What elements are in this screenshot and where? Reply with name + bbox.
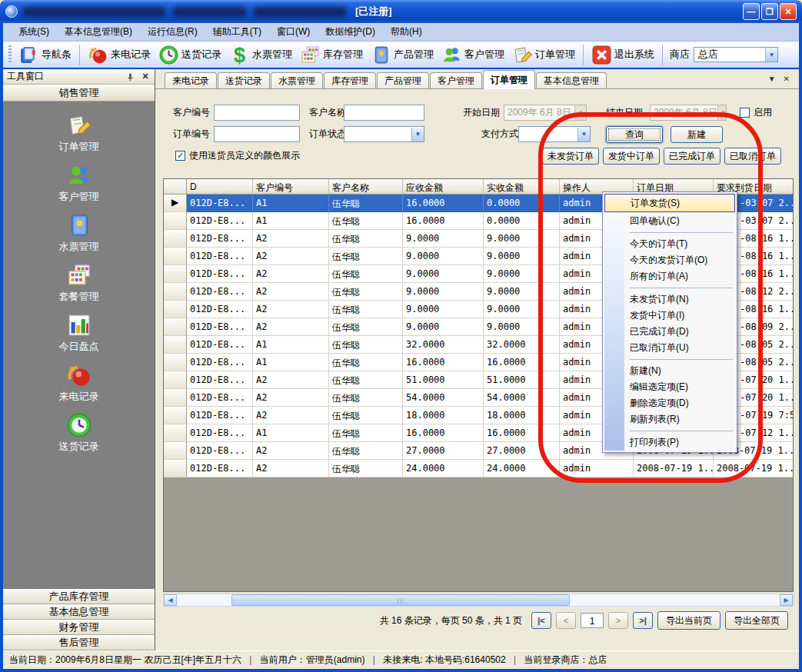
toolbar-button-产品管理[interactable]: 产品管理 xyxy=(367,43,438,67)
toolbar-grip[interactable] xyxy=(8,45,12,64)
toolbar-button-来电记录[interactable]: 来电记录 xyxy=(84,43,155,67)
context-menu-item-已完成订单(D)[interactable]: 已完成订单(D) xyxy=(604,324,735,340)
customer-name-input[interactable] xyxy=(344,105,424,121)
pay-method-select[interactable]: ▼ xyxy=(518,126,591,142)
table-row[interactable]: 012D-E8...A2伍华聪24.000024.0000admin2008-0… xyxy=(164,460,793,477)
scrollbar-track[interactable] xyxy=(177,594,780,606)
context-menu-item-订单发货(S)[interactable]: 订单发货(S) xyxy=(604,194,735,212)
menubar-item[interactable]: 数据维护(D) xyxy=(318,23,383,41)
new-button[interactable]: 新建 xyxy=(671,126,723,143)
context-menu-item-今天的订单(T)[interactable]: 今天的订单(T) xyxy=(604,236,735,252)
customer-no-input[interactable] xyxy=(214,105,300,121)
sidebar-section-产品库存管理[interactable]: 产品库存管理 xyxy=(3,589,155,604)
row-selector[interactable] xyxy=(164,265,187,283)
enable-checkbox[interactable] xyxy=(740,108,750,118)
sidebar-item-水票管理[interactable]: 水票管理 xyxy=(59,212,99,254)
chevron-down-icon[interactable]: ▼ xyxy=(411,128,424,141)
close-button[interactable]: ✕ xyxy=(780,3,797,20)
tab-送货记录[interactable]: 送货记录 xyxy=(218,72,270,88)
maximize-button[interactable]: ❐ xyxy=(761,3,778,20)
chevron-down-icon[interactable]: ▼ xyxy=(717,105,727,120)
row-selector[interactable] xyxy=(164,283,187,301)
sidebar-item-送货记录[interactable]: 送货记录 xyxy=(59,412,99,454)
sidebar-item-来电记录[interactable]: 来电记录 xyxy=(59,362,99,404)
toolbar-button-送货记录[interactable]: 送货记录 xyxy=(155,43,225,67)
minimize-button[interactable]: — xyxy=(743,3,760,20)
context-menu-item-刷新列表(R)[interactable]: 刷新列表(R) xyxy=(604,411,735,427)
row-selector[interactable] xyxy=(164,389,187,407)
toolbar-button-库存管理[interactable]: 库存管理 xyxy=(296,43,367,67)
sidebar-item-订单管理[interactable]: 订单管理 xyxy=(59,112,99,154)
context-menu-item-回单确认(C)[interactable]: 回单确认(C) xyxy=(604,213,735,229)
column-header-应收金额[interactable]: 应收金额 xyxy=(403,179,484,194)
context-menu-item-发货中订单(I)[interactable]: 发货中订单(I) xyxy=(604,308,735,324)
menubar-item[interactable]: 基本信息管理(B) xyxy=(57,23,140,41)
chevron-down-icon[interactable]: ▼ xyxy=(768,75,776,83)
status-filter-button-发货中订单[interactable]: 发货中订单 xyxy=(603,148,660,165)
close-icon[interactable]: ✕ xyxy=(784,75,790,83)
scroll-right-icon[interactable]: ▶ xyxy=(780,594,793,606)
row-selector[interactable] xyxy=(164,407,187,424)
context-menu-item-所有的订单(A)[interactable]: 所有的订单(A) xyxy=(604,268,735,284)
context-menu-item-已取消订单(U)[interactable]: 已取消订单(U) xyxy=(604,340,735,356)
column-header-实收金额[interactable]: 实收金额 xyxy=(484,179,560,194)
sidebar-section-sales[interactable]: 销售管理 xyxy=(3,85,155,101)
start-date-picker[interactable]: 2009年 6月 8日 ▼ xyxy=(504,105,587,121)
sidebar-item-套餐管理[interactable]: 套餐管理 xyxy=(59,262,99,304)
row-selector[interactable] xyxy=(164,212,187,230)
pin-icon[interactable] xyxy=(125,72,135,82)
context-menu-item-未发货订单(N)[interactable]: 未发货订单(N) xyxy=(604,291,735,308)
context-menu-item-打印列表(P)[interactable]: 打印列表(P) xyxy=(604,434,735,451)
order-status-select[interactable]: ▼ xyxy=(344,126,424,142)
color-checkbox[interactable]: ✓ xyxy=(175,151,185,161)
row-selector[interactable] xyxy=(164,460,187,477)
scroll-left-icon[interactable]: ◀ xyxy=(164,594,177,606)
row-selector[interactable] xyxy=(164,371,187,389)
query-button[interactable]: 查询 xyxy=(606,126,663,143)
status-filter-button-未发货订单[interactable]: 未发货订单 xyxy=(542,148,599,165)
tab-来电记录[interactable]: 来电记录 xyxy=(165,72,217,88)
menubar-item[interactable]: 系统(S) xyxy=(11,23,57,41)
context-menu-item-新建(N)[interactable]: 新建(N) xyxy=(604,363,735,379)
menubar-item[interactable]: 窗口(W) xyxy=(269,23,318,41)
column-header-客户编号[interactable]: 客户编号 xyxy=(253,179,329,194)
sidebar-section-财务管理[interactable]: 财务管理 xyxy=(3,620,155,635)
row-selector[interactable] xyxy=(164,230,187,248)
row-selector[interactable] xyxy=(164,424,187,442)
sidebar-item-今日盘点[interactable]: 今日盘点 xyxy=(59,312,99,354)
shop-combobox[interactable]: 总店▼ xyxy=(694,47,778,62)
row-selector[interactable] xyxy=(164,301,187,318)
row-selector[interactable] xyxy=(164,442,187,460)
order-no-input[interactable] xyxy=(214,126,300,142)
row-selector[interactable] xyxy=(164,336,187,354)
last-page-button[interactable]: >| xyxy=(633,612,653,629)
tab-库存管理[interactable]: 库存管理 xyxy=(324,72,376,88)
chevron-down-icon[interactable]: ▼ xyxy=(765,48,777,62)
context-menu-item-编辑选定项(E)[interactable]: 编辑选定项(E) xyxy=(604,379,735,395)
chevron-down-icon[interactable]: ▼ xyxy=(574,105,586,120)
status-filter-button-已取消订单[interactable]: 已取消订单 xyxy=(724,148,781,165)
sidebar-section-售后管理[interactable]: 售后管理 xyxy=(3,635,155,650)
menubar-item[interactable]: 辅助工具(T) xyxy=(205,23,269,41)
row-selector[interactable] xyxy=(164,248,187,265)
toolbar-button-导航条[interactable]: 导航条 xyxy=(15,43,75,67)
column-header-客户名称[interactable]: 客户名称 xyxy=(329,179,403,194)
end-date-picker[interactable]: 2009年 6月 8日 ▼ xyxy=(650,105,727,121)
scrollbar-thumb[interactable] xyxy=(231,594,570,606)
column-header-D[interactable]: D xyxy=(187,179,253,194)
tab-水票管理[interactable]: 水票管理 xyxy=(271,72,323,88)
row-selector[interactable]: ▶ xyxy=(164,195,187,212)
next-page-button[interactable]: > xyxy=(608,612,628,629)
menubar-item[interactable]: 运行信息(R) xyxy=(140,23,205,41)
export-all-pages-button[interactable]: 导出全部页 xyxy=(725,611,788,630)
tab-产品管理[interactable]: 产品管理 xyxy=(377,72,429,88)
toolbar-button-客户管理[interactable]: 客户管理 xyxy=(438,43,508,67)
toolbar-button-退出系统[interactable]: 退出系统 xyxy=(587,43,658,67)
context-menu-item-今天的发货订单(O)[interactable]: 今天的发货订单(O) xyxy=(604,252,735,268)
menubar-item[interactable]: 帮助(H) xyxy=(383,23,430,41)
first-page-button[interactable]: |< xyxy=(531,612,551,629)
row-selector[interactable] xyxy=(164,354,187,371)
prev-page-button[interactable]: < xyxy=(556,612,576,629)
tab-客户管理[interactable]: 客户管理 xyxy=(430,72,482,88)
column-header-selector[interactable] xyxy=(164,179,187,194)
